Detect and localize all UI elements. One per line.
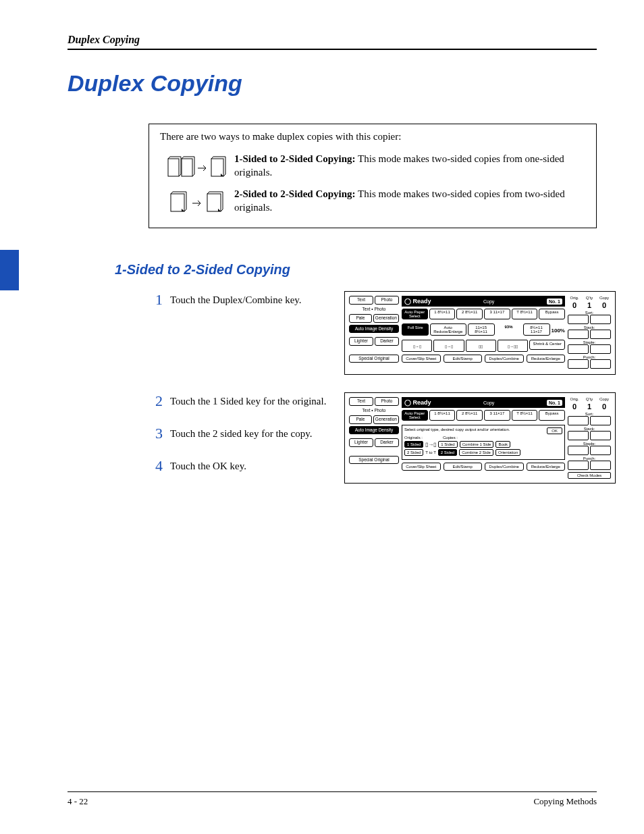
shrink-center-button[interactable]: Shrink & Center — [529, 340, 565, 350]
screen-main: TextPhoto Text • Photo PaleGeneration Au… — [344, 291, 616, 375]
step3-text: Touch the 2 sided key for the copy. — [170, 425, 312, 442]
qty-count: 1 — [583, 301, 596, 309]
intro-box: There are two ways to make duplex copies… — [149, 124, 597, 228]
darker-button[interactable]: Darker — [375, 337, 399, 346]
lighter-button[interactable]: Lighter — [349, 337, 373, 346]
punch-opt[interactable] — [590, 359, 611, 369]
job-no: No. 1 — [547, 400, 562, 406]
punch-opt[interactable] — [568, 359, 589, 369]
duplex-combine-button[interactable]: Duplex/Combine — [485, 463, 524, 471]
auto-paper-button[interactable]: Auto Paper Select — [402, 309, 428, 319]
staple-opt[interactable] — [568, 446, 589, 455]
reduce-enlarge-button[interactable]: Reduce/Enlarge — [527, 355, 566, 363]
originals-label: Originals : — [404, 436, 423, 440]
mode2-icon — [160, 190, 234, 217]
combine2-button[interactable]: Combine 2 Side — [459, 449, 493, 456]
mode1-text: 1-Sided to 2-Sided Copying: This mode ma… — [234, 152, 585, 180]
tray1-button[interactable]: 1 8½×11 — [429, 410, 456, 421]
screen-duplex: TextPhoto Text • Photo PaleGeneration Au… — [344, 392, 616, 484]
stack-opt[interactable] — [590, 330, 611, 339]
preset-icon[interactable]: ▯→▯▯ — [498, 340, 528, 352]
orig-2sided-button[interactable]: 2 Sided — [404, 449, 423, 456]
orig-label: Orig. — [568, 397, 581, 401]
pale-button[interactable]: Pale — [349, 415, 372, 424]
main-title: Duplex Copying — [68, 70, 597, 97]
reduce-enlarge-button[interactable]: Reduce/Enlarge — [527, 463, 566, 471]
copy-1sided-button[interactable]: 1 Sided — [438, 441, 457, 448]
sort-opt[interactable] — [568, 315, 589, 324]
sort-opt[interactable] — [590, 416, 611, 425]
sort-opt[interactable] — [568, 416, 589, 425]
punch-opt[interactable] — [568, 461, 589, 470]
orig-count: 0 — [568, 402, 581, 411]
tray4-button[interactable]: T 8½×11 — [512, 309, 538, 319]
book-button[interactable]: Book — [495, 441, 510, 448]
tray3-button[interactable]: 3 11×17 — [484, 309, 510, 319]
special-original-button[interactable]: Special Original — [349, 456, 399, 465]
sort-opt[interactable] — [590, 315, 611, 324]
bypass-button[interactable]: Bypass — [539, 410, 565, 421]
text-button[interactable]: Text — [349, 296, 373, 305]
text-button[interactable]: Text — [349, 397, 373, 406]
tray2-button[interactable]: 2 8½×11 — [456, 410, 483, 421]
preset-icon[interactable]: ▯→▯ — [433, 340, 464, 352]
edit-stamp-button[interactable]: Edit/Stamp — [444, 463, 483, 471]
ok-button[interactable]: OK — [547, 427, 562, 434]
stack-opt[interactable] — [568, 431, 589, 440]
ratio-a-button[interactable]: 11×15 8½×11 — [468, 323, 495, 336]
photo-button[interactable]: Photo — [375, 296, 399, 305]
photo-button[interactable]: Photo — [375, 397, 399, 406]
copy-count-label: Copy — [597, 296, 611, 300]
bypass-button[interactable]: Bypass — [539, 309, 565, 319]
copy-count: 0 — [597, 402, 611, 411]
punch-opt[interactable] — [590, 461, 611, 470]
lighter-button[interactable]: Lighter — [349, 438, 373, 447]
ttot-label: T to T — [425, 450, 435, 454]
mode1-icon — [160, 155, 234, 182]
edit-stamp-button[interactable]: Edit/Stamp — [444, 355, 483, 363]
qty-label: Q'ty — [583, 296, 596, 300]
orientation-button[interactable]: Orientation — [495, 449, 520, 456]
copies-label: Copies : — [443, 436, 458, 440]
copy-2sided-button[interactable]: 2 Sided — [438, 449, 457, 456]
tray2-button[interactable]: 2 8½×11 — [456, 309, 483, 319]
ratio-b-button[interactable]: 8½×11 11×17 — [523, 323, 550, 336]
staple-opt[interactable] — [590, 344, 611, 354]
step4-text: Touch the OK key. — [170, 457, 246, 475]
stack-opt[interactable] — [590, 431, 611, 440]
darker-button[interactable]: Darker — [375, 438, 399, 447]
auto-reduce-button[interactable]: Auto Reduce/Enlarge — [430, 323, 466, 336]
pale-button[interactable]: Pale — [349, 314, 372, 323]
copy-label: Copy — [483, 400, 494, 405]
staple-opt[interactable] — [568, 344, 589, 354]
orig-label: Orig. — [568, 296, 581, 300]
intro-line: There are two ways to make duplex copies… — [160, 131, 585, 142]
staple-opt[interactable] — [590, 446, 611, 455]
section-title: 1-Sided to 2-Sided Copying — [115, 262, 597, 278]
qty-count: 1 — [583, 402, 596, 411]
auto-density-button[interactable]: Auto Image Density — [349, 325, 399, 334]
auto-paper-button[interactable]: Auto Paper Select — [402, 410, 428, 421]
tray1-button[interactable]: 1 8½×11 — [429, 309, 456, 319]
special-original-button[interactable]: Special Original — [349, 355, 399, 363]
preset-icon[interactable]: ▯→▯ — [402, 340, 432, 352]
job-no: No. 1 — [547, 298, 562, 305]
ready-indicator: ◯ Ready — [404, 298, 431, 305]
orig-1sided-button[interactable]: 1 Sided — [404, 441, 423, 448]
running-head: Duplex Copying — [68, 34, 597, 50]
auto-density-button[interactable]: Auto Image Density — [349, 426, 399, 435]
cover-slip-button[interactable]: Cover/Slip Sheet — [402, 463, 441, 471]
full-size-button[interactable]: Full Size — [402, 323, 429, 336]
preset-icon[interactable]: ▯▯ — [466, 340, 496, 352]
cover-slip-button[interactable]: Cover/Slip Sheet — [402, 355, 441, 363]
tray3-button[interactable]: 3 11×17 — [484, 410, 510, 421]
combine1-button[interactable]: Combine 1 Side — [460, 441, 494, 448]
duplex-combine-button[interactable]: Duplex/Combine — [485, 355, 524, 363]
stack-opt[interactable] — [568, 330, 589, 339]
tray4-button[interactable]: T 8½×11 — [512, 410, 538, 421]
hundred-pct: 100% — [552, 328, 565, 334]
orig-count: 0 — [568, 301, 581, 309]
check-modes-button[interactable]: Check Modes — [568, 472, 611, 479]
generation-button[interactable]: Generation — [373, 415, 399, 424]
generation-button[interactable]: Generation — [373, 314, 399, 323]
